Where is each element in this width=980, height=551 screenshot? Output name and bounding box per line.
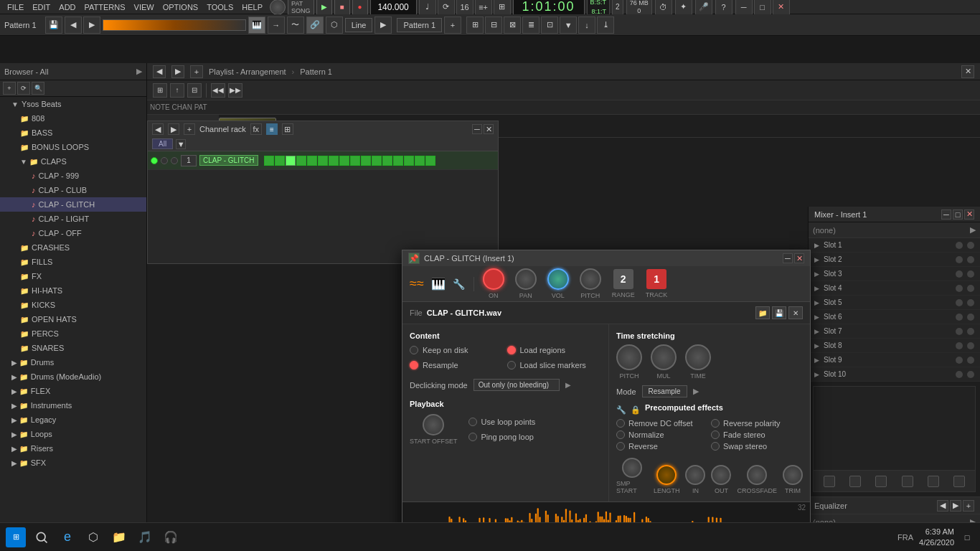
- pad-3[interactable]: [286, 156, 296, 166]
- fader-btn2[interactable]: [849, 476, 861, 487]
- minimize-btn[interactable]: ─: [735, 0, 753, 16]
- declicking-arrow[interactable]: ▶: [565, 381, 571, 389]
- grid-btn8[interactable]: ⤓: [597, 17, 614, 34]
- stamp-icon[interactable]: ⬡: [326, 17, 343, 34]
- pattern-save-icon[interactable]: 💾: [45, 17, 62, 34]
- taskbar-files[interactable]: 📁: [109, 527, 129, 547]
- menu-tools[interactable]: TOOLS: [202, 3, 237, 11]
- tree-audio-claplight[interactable]: ♪ CLAP - LIGHT: [0, 212, 146, 226]
- browser-refresh-btn[interactable]: ⟳: [17, 82, 30, 95]
- mixer-min[interactable]: ─: [941, 209, 951, 220]
- playlist-close[interactable]: ✕: [961, 65, 974, 78]
- tree-folder-drums-mode[interactable]: ▶ 📁 Drums (ModeAudio): [0, 369, 146, 384]
- eq-btn2[interactable]: ▶: [950, 500, 961, 512]
- grid-btn2[interactable]: ⊟: [485, 17, 502, 34]
- loop-btn[interactable]: ⟳: [438, 0, 455, 16]
- snap-icon[interactable]: ✦: [675, 0, 692, 16]
- cr-fx[interactable]: fx: [250, 123, 262, 135]
- tree-folder-hihats[interactable]: 📁 HI-HATS: [0, 283, 146, 298]
- tree-folder-crashes[interactable]: 📁 CRASHES: [0, 240, 146, 255]
- tree-folder-bonus[interactable]: 📁 BONUS LOOPS: [0, 140, 146, 154]
- tree-folder-legacy[interactable]: ▶ 📁 Legacy: [0, 413, 146, 427]
- start-offset-knob[interactable]: [423, 414, 444, 435]
- notification-btn[interactable]: □: [960, 530, 974, 545]
- resample-radio[interactable]: [410, 361, 418, 369]
- nav-fwd[interactable]: ▶: [83, 17, 100, 34]
- mixer-slot-2[interactable]: ▶ Slot 2: [809, 253, 980, 267]
- taskbar-edge[interactable]: e: [57, 527, 77, 547]
- file-folder-btn[interactable]: 📁: [755, 306, 770, 319]
- time-knob[interactable]: [685, 344, 711, 370]
- close-btn[interactable]: ✕: [773, 0, 790, 16]
- stop-button[interactable]: ■: [334, 0, 350, 15]
- playlist-back[interactable]: ◀: [153, 65, 166, 78]
- sampler-pin[interactable]: 📌: [408, 253, 420, 264]
- mixer-slot-4[interactable]: ▶ Slot 4: [809, 281, 980, 296]
- sampler-min[interactable]: ─: [783, 253, 793, 263]
- pad-6[interactable]: [318, 156, 328, 166]
- mixer-none-bottom1-arrow[interactable]: ▶: [970, 517, 976, 522]
- grid-btn1[interactable]: ⊞: [466, 17, 484, 34]
- knob-on[interactable]: [483, 268, 504, 290]
- pad-12[interactable]: [382, 156, 392, 166]
- fader-btn5[interactable]: [928, 476, 939, 487]
- wave-icon[interactable]: 〜: [287, 17, 304, 34]
- tree-folder-bass[interactable]: 📁 BASS: [0, 126, 146, 140]
- fader-btn4[interactable]: [902, 476, 913, 487]
- mixer-slot-9[interactable]: ▶ Slot 9: [809, 353, 980, 367]
- tree-folder-sfx[interactable]: ▶ 📁 SFX: [0, 456, 146, 470]
- arrow-icon[interactable]: →: [268, 17, 285, 34]
- mixer-slot-8[interactable]: ▶ Slot 8: [809, 339, 980, 353]
- tree-folder-claps[interactable]: ▼ 📁 CLAPS: [0, 154, 146, 169]
- ping-pong-radio[interactable]: [468, 433, 477, 441]
- knob-vol[interactable]: [547, 268, 569, 290]
- use-loop-radio[interactable]: [468, 418, 477, 426]
- menu-edit[interactable]: EDIT: [28, 3, 55, 11]
- link-icon[interactable]: 🔗: [306, 17, 324, 34]
- draw-arrow[interactable]: ▶: [374, 17, 392, 34]
- add-pattern-btn[interactable]: +: [444, 17, 461, 34]
- pad-10[interactable]: [361, 156, 371, 166]
- tree-folder-kicks[interactable]: 📁 KICKS: [0, 298, 146, 312]
- mixer-slot-7[interactable]: ▶ Slot 7: [809, 324, 980, 339]
- pr-icon3[interactable]: ⊟: [187, 83, 202, 98]
- tree-audio-clapoff[interactable]: ♪ CLAP - OFF: [0, 226, 146, 240]
- out-knob[interactable]: [711, 465, 731, 485]
- smp-start-knob[interactable]: [622, 458, 642, 478]
- tree-folder-fx[interactable]: 📁 FX: [0, 269, 146, 283]
- menu-file[interactable]: FILE: [3, 3, 28, 11]
- tree-folder-instruments[interactable]: ▶ 📁 Instruments: [0, 398, 146, 413]
- remove-dc-radio[interactable]: [616, 419, 625, 428]
- load-slice-radio[interactable]: [507, 361, 516, 369]
- pad-8[interactable]: [339, 156, 349, 166]
- file-save-btn[interactable]: 💾: [772, 306, 786, 319]
- menu-patterns[interactable]: PATTERNS: [80, 3, 130, 11]
- menu-help[interactable]: HELP: [237, 3, 267, 11]
- grid-btn6[interactable]: ▼: [560, 17, 577, 34]
- pad-14[interactable]: [404, 156, 414, 166]
- piano-icon[interactable]: 🎹: [431, 277, 446, 291]
- pad-13[interactable]: [393, 156, 403, 166]
- mode-arrow[interactable]: ▶: [693, 387, 699, 396]
- pr-icon5[interactable]: ▶▶: [228, 83, 242, 98]
- pad-1[interactable]: [264, 156, 274, 166]
- pad-9[interactable]: [350, 156, 360, 166]
- fader-btn6[interactable]: [953, 476, 965, 487]
- tree-root[interactable]: ▼ Ysos Beats: [0, 97, 146, 111]
- tree-folder-snares[interactable]: 📁 SNARES: [0, 341, 146, 355]
- pad-11[interactable]: [372, 156, 382, 166]
- menu-view[interactable]: VIEW: [130, 3, 159, 11]
- knob-pan[interactable]: [515, 268, 537, 290]
- help-icon[interactable]: ?: [715, 0, 732, 16]
- cr-back[interactable]: ◀: [152, 123, 164, 135]
- knob-pitch[interactable]: [580, 268, 601, 290]
- taskbar-search[interactable]: [32, 527, 52, 547]
- bpm-display[interactable]: 140.000: [370, 0, 417, 15]
- settings-icon[interactable]: 🔧: [453, 278, 465, 290]
- mixer-btn[interactable]: ≡+: [475, 0, 492, 16]
- pad-4[interactable]: [296, 156, 306, 166]
- record-button[interactable]: ●: [352, 0, 368, 15]
- clock-icon[interactable]: ⏱: [655, 0, 672, 16]
- playlist-fwd[interactable]: ▶: [171, 65, 184, 78]
- menu-options[interactable]: OPTIONS: [159, 3, 203, 11]
